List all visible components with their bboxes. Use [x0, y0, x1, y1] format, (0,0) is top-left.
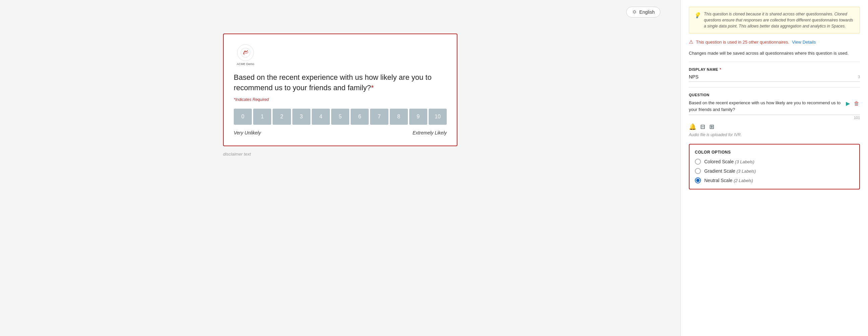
color-option-0[interactable]: Colored Scale (3 Labels) — [695, 159, 854, 165]
play-button[interactable]: ▶ — [845, 100, 850, 107]
label-extremely-likely: Extremely Likely — [412, 130, 447, 136]
nps-btn-6[interactable]: 6 — [351, 109, 369, 125]
question-section: QUESTION Based on the recent experience … — [689, 93, 860, 137]
nps-btn-2[interactable]: 2 — [273, 109, 291, 125]
color-option-label-0: Colored Scale (3 Labels) — [704, 159, 754, 164]
delete-button[interactable]: 🗑 — [853, 100, 860, 107]
color-option-sub-2: (2 Labels) — [734, 178, 753, 183]
nps-btn-0[interactable]: 0 — [234, 109, 252, 125]
nps-btn-8[interactable]: 8 — [390, 109, 408, 125]
display-name-req-star: * — [720, 67, 721, 72]
divider-1 — [689, 62, 860, 62]
color-option-2[interactable]: Neutral Scale (2 Labels) — [695, 177, 854, 184]
disclaimer-text: disclaimer text — [223, 151, 458, 157]
translate-icon: ⛭ — [632, 9, 637, 15]
question-char-count: 101 — [689, 116, 860, 120]
radio-1 — [695, 168, 701, 174]
usage-warning: ⚠ This question is used in 25 other ques… — [689, 39, 860, 45]
audio-note: Audio file is uploaded for IVR. — [689, 133, 860, 137]
language-label: English — [639, 9, 655, 15]
color-option-1[interactable]: Gradient Scale (3 Labels) — [695, 168, 854, 174]
color-option-label-1: Gradient Scale (3 Labels) — [704, 168, 756, 174]
right-panel: 💡 This question is cloned because it is … — [680, 0, 868, 336]
display-name-char-count: 3 — [858, 75, 860, 79]
required-note: *Indicates Required — [234, 97, 447, 102]
question-actions: ▶ 🗑 — [845, 100, 860, 107]
color-option-label-2: Neutral Scale (2 Labels) — [704, 178, 753, 183]
color-options-box: COLOR OPTIONS Colored Scale (3 Labels)Gr… — [689, 144, 860, 190]
divider-2 — [689, 87, 860, 87]
label-very-unlikely: Very Unlikely — [234, 130, 261, 136]
nps-btn-4[interactable]: 4 — [312, 109, 330, 125]
media-icons: 🔔 ⊟ ⊞ — [689, 123, 860, 131]
logo-circle — [237, 44, 254, 61]
survey-question: Based on the recent experience with us h… — [234, 73, 447, 93]
radio-0 — [695, 159, 701, 165]
left-panel: ⛭ English ACME Demo Based on the recent … — [0, 0, 680, 336]
nps-btn-5[interactable]: 5 — [331, 109, 349, 125]
display-name-label: DISPLAY NAME * — [689, 67, 860, 72]
survey-logo: ACME Demo — [234, 44, 257, 66]
nps-btn-10[interactable]: 10 — [429, 109, 447, 125]
required-star: * — [371, 84, 374, 92]
question-label: QUESTION — [689, 93, 860, 97]
cloned-notice-text: This question is cloned because it is sh… — [704, 11, 855, 29]
nps-labels: Very Unlikely Extremely Likely — [234, 130, 447, 136]
warning-icon: ⚠ — [689, 39, 693, 45]
color-option-sub-1: (3 Labels) — [737, 169, 756, 174]
nps-scale: 012345678910 — [234, 109, 447, 125]
color-options-list: Colored Scale (3 Labels)Gradient Scale (… — [695, 159, 854, 184]
nps-btn-7[interactable]: 7 — [370, 109, 388, 125]
nps-btn-1[interactable]: 1 — [253, 109, 271, 125]
color-options-title: COLOR OPTIONS — [695, 150, 854, 155]
image-icon[interactable]: ⊟ — [700, 123, 705, 131]
color-option-sub-0: (3 Labels) — [735, 159, 754, 164]
changes-note: Changes made will be saved across all qu… — [689, 50, 860, 56]
video-icon[interactable]: ⊞ — [709, 123, 714, 131]
nps-btn-3[interactable]: 3 — [292, 109, 310, 125]
cloned-notice: 💡 This question is cloned because it is … — [689, 7, 860, 33]
question-text-row: Based on the recent experience with us h… — [689, 100, 860, 115]
bell-icon[interactable]: 🔔 — [689, 123, 696, 131]
language-button[interactable]: ⛭ English — [626, 7, 660, 18]
view-details-link[interactable]: View Details — [792, 39, 816, 45]
survey-card: ACME Demo Based on the recent experience… — [223, 33, 458, 146]
bulb-icon: 💡 — [694, 11, 701, 29]
radio-2 — [695, 177, 701, 184]
logo-svg — [240, 47, 251, 58]
display-name-value: NPS 3 — [689, 74, 860, 82]
display-name-section: DISPLAY NAME * NPS 3 — [689, 67, 860, 82]
logo-text: ACME Demo — [237, 62, 254, 66]
nps-btn-9[interactable]: 9 — [409, 109, 427, 125]
usage-warning-text: This question is used in 25 other questi… — [696, 39, 789, 45]
